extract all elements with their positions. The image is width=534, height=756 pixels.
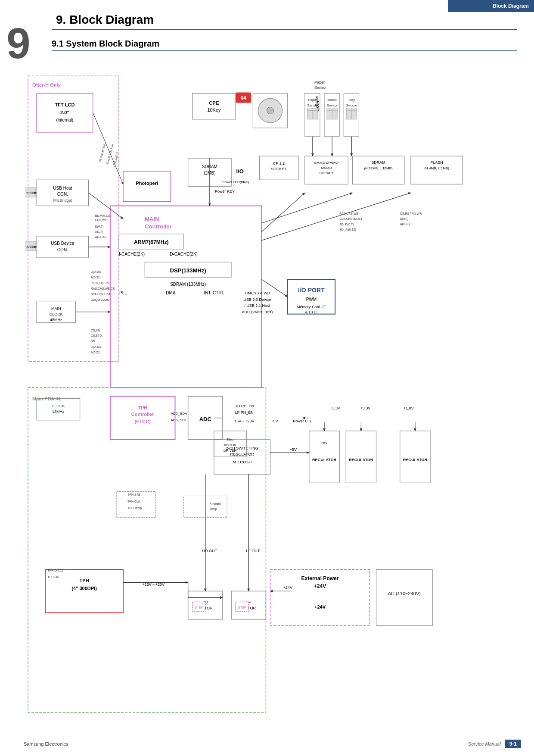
svg-text:UD OUT: UD OUT bbox=[202, 549, 217, 553]
svg-text:ARM7(67MHz): ARM7(67MHz) bbox=[134, 239, 168, 245]
diagram-container: Otter-H Only Main PBA:4L TFT LCD 2.0" (i… bbox=[24, 71, 521, 730]
svg-text:I/O: I/O bbox=[236, 168, 243, 175]
svg-text:SD_D(0:7): SD_D(0:7) bbox=[339, 223, 354, 226]
svg-text:REGULATOR: REGULATOR bbox=[349, 458, 373, 462]
svg-text:Ribbon: Ribbon bbox=[326, 98, 337, 102]
svg-rect-53 bbox=[123, 171, 171, 201]
svg-text:64: 64 bbox=[241, 95, 247, 101]
svg-text:PWM: PWM bbox=[306, 297, 317, 302]
svg-text:USB Device: USB Device bbox=[51, 241, 74, 246]
svg-text:(PicBridge): (PicBridge) bbox=[53, 199, 72, 203]
svg-text:Power KEY: Power KEY bbox=[215, 189, 235, 194]
svg-text:TFT LCD: TFT LCD bbox=[55, 102, 75, 107]
svg-text:OPE: OPE bbox=[209, 100, 219, 106]
svg-text:D(0:7): D(0:7) bbox=[95, 225, 104, 228]
svg-text:PLL: PLL bbox=[119, 291, 127, 295]
svg-text:+5V: +5V bbox=[271, 419, 278, 423]
svg-rect-64 bbox=[305, 156, 348, 184]
svg-text:REGULATOR: REGULATOR bbox=[403, 458, 428, 462]
svg-text:CLOCK: CLOCK bbox=[50, 312, 63, 316]
svg-text:A(14:21): A(14:21) bbox=[95, 235, 107, 239]
svg-rect-74 bbox=[110, 206, 262, 388]
svg-text:Controller: Controller bbox=[131, 412, 154, 417]
footer-page-number: 9-1 bbox=[505, 740, 521, 748]
header-bar: Block Diagram bbox=[448, 0, 534, 12]
svg-text:DRIVER: DRIVER bbox=[224, 449, 236, 453]
svg-rect-44 bbox=[37, 236, 89, 258]
svg-text:/ USB 1.1 Host: / USB 1.1 Host bbox=[245, 303, 270, 308]
svg-text:HSYNC,VSYNC: HSYNC,VSYNC bbox=[98, 142, 106, 163]
svg-text:CF 1,2: CF 1,2 bbox=[273, 161, 285, 166]
svg-text:+24V: +24V bbox=[283, 585, 292, 590]
svg-text:STEP: STEP bbox=[238, 606, 246, 609]
svg-text:(H:4MB, L:1MB): (H:4MB, L:1MB) bbox=[424, 166, 449, 170]
svg-text:12MHz: 12MHz bbox=[52, 409, 65, 414]
svg-text:48MHz: 48MHz bbox=[50, 318, 62, 322]
svg-line-208 bbox=[261, 193, 411, 240]
svg-text:USB Host: USB Host bbox=[53, 186, 72, 191]
svg-text:DSP(133MHz): DSP(133MHz) bbox=[170, 267, 206, 274]
footer: Samsung Electronics Service Manual 9-1 bbox=[24, 740, 521, 748]
svg-text:CS,STD,: CS,STD, bbox=[91, 334, 103, 337]
chapter-title: 9. Block Diagram bbox=[52, 13, 517, 30]
svg-text:Power LED(Blue): Power LED(Blue) bbox=[222, 180, 249, 184]
svg-text:TPH LAT: TPH LAT bbox=[47, 575, 60, 578]
svg-text:D(0:15): D(0:15) bbox=[91, 270, 101, 274]
svg-text:SDRAM (133MHz): SDRAM (133MHz) bbox=[170, 282, 206, 287]
svg-text:ADC (2MHz, 8Bit): ADC (2MHz, 8Bit) bbox=[242, 310, 273, 314]
svg-text:SOCKET: SOCKET bbox=[320, 171, 334, 175]
svg-text:D(0:7): D(0:7) bbox=[400, 217, 409, 221]
svg-text:TPH: TPH bbox=[80, 578, 89, 583]
svg-text:Power CTL: Power CTL bbox=[293, 419, 312, 423]
svg-text:CS,INI,: CS,INI, bbox=[91, 329, 101, 332]
svg-text:SDICS,CLK,SCK: SDICS,CLK,SCK bbox=[106, 143, 114, 165]
block-diagram-svg: Otter-H Only Main PBA:4L TFT LCD 2.0" (i… bbox=[24, 71, 521, 730]
svg-text:Temp: Temp bbox=[210, 507, 217, 511]
svg-text:& ETC.: & ETC. bbox=[305, 310, 317, 314]
svg-text:TPH STB: TPH STB bbox=[127, 493, 140, 496]
svg-text:+5V→+20V: +5V→+20V bbox=[234, 419, 255, 423]
svg-text:TIMERS & WD: TIMERS & WD bbox=[244, 291, 270, 295]
svg-text:LF PH_EN: LF PH_EN bbox=[235, 410, 254, 415]
svg-text:A(1:4): A(1:4) bbox=[95, 230, 103, 234]
svg-text:CON.: CON. bbox=[57, 192, 68, 197]
page-section: 9 9. Block Diagram 9.1 System Block Diag… bbox=[26, 13, 517, 58]
svg-text:Controller: Controller bbox=[145, 223, 171, 230]
svg-text:BD,WR,CS: BD,WR,CS bbox=[95, 214, 110, 217]
svg-text:ADC_SDA: ADC_SDA bbox=[171, 412, 187, 415]
svg-rect-128 bbox=[400, 431, 430, 483]
svg-text:ADC_SCL: ADC_SCL bbox=[171, 418, 187, 422]
svg-rect-123 bbox=[309, 431, 339, 483]
svg-rect-96 bbox=[110, 396, 175, 439]
svg-text:TPH Temp.: TPH Temp. bbox=[127, 506, 143, 510]
svg-text:+5V: +5V bbox=[321, 441, 328, 445]
svg-text:(ETCC): (ETCC) bbox=[135, 419, 151, 424]
svg-text:CON.: CON. bbox=[57, 247, 68, 252]
footer-right: Service Manual 9-1 bbox=[468, 740, 521, 748]
svg-text:+3.3V: +3.3V bbox=[330, 406, 340, 410]
svg-text:RAS,CAS,WE,CS: RAS,CAS,WE,CS bbox=[91, 287, 115, 290]
svg-text:Sensor: Sensor bbox=[326, 103, 338, 107]
svg-text:I-CACHE(2K): I-CACHE(2K) bbox=[119, 252, 145, 256]
svg-text:+15V→+20V: +15V→+20V bbox=[142, 582, 165, 587]
svg-line-206 bbox=[261, 193, 352, 223]
svg-text:Photoperi: Photoperi bbox=[136, 181, 158, 186]
svg-text:Ambient: Ambient bbox=[210, 502, 221, 505]
svg-text:TPH: TPH bbox=[138, 405, 147, 410]
svg-text:MOTOR: MOTOR bbox=[224, 443, 236, 447]
svg-text:Sensor: Sensor bbox=[307, 103, 318, 107]
svg-text:Sensor: Sensor bbox=[346, 103, 357, 107]
svg-text:A(0:21): A(0:21) bbox=[400, 222, 410, 226]
svg-text:10Key: 10Key bbox=[207, 107, 221, 112]
svg-text:+24V: +24V bbox=[314, 604, 326, 609]
svg-text:A(0:21): A(0:21) bbox=[91, 276, 101, 279]
svg-text:+5V: +5V bbox=[290, 447, 297, 452]
svg-line-207 bbox=[261, 193, 304, 231]
svg-text:+24V: +24V bbox=[314, 583, 326, 589]
footer-service-label: Service Manual bbox=[468, 741, 501, 747]
svg-text:REGULATOR: REGULATOR bbox=[230, 452, 255, 456]
svg-text:UDQM,LDOM: UDQM,LDOM bbox=[91, 298, 110, 302]
svg-text:D(0:15): D(0:15) bbox=[91, 345, 101, 349]
svg-text:REGULATOR: REGULATOR bbox=[312, 458, 337, 462]
svg-text:External Power: External Power bbox=[301, 575, 338, 581]
